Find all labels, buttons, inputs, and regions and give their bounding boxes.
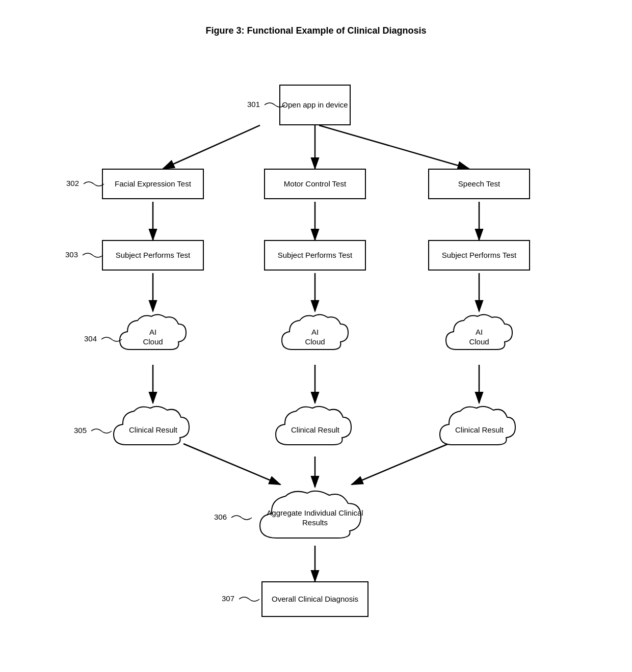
- ref-307: 307: [222, 594, 265, 604]
- svg-line-1: [163, 125, 260, 169]
- facial-test-box: Facial Expression Test: [102, 169, 204, 199]
- diagram: Open app in device 301 Facial Expression…: [36, 51, 596, 663]
- ai-cloud-2: AI Cloud: [277, 311, 353, 362]
- svg-line-3: [319, 125, 469, 169]
- subject-test-box-2: Subject Performs Test: [264, 240, 366, 271]
- overall-diagnosis-box: Overall Clinical Diagnosis: [261, 581, 368, 617]
- clinical-result-3: Clinical Result: [435, 403, 524, 456]
- ref-305: 305: [74, 426, 117, 436]
- subject-test-box-3: Subject Performs Test: [428, 240, 530, 271]
- aggregate-cloud: Aggregate Individual Clinical Results: [254, 487, 376, 548]
- page-title: Figure 3: Functional Example of Clinical…: [0, 0, 632, 36]
- ai-cloud-3: AI Cloud: [441, 311, 517, 362]
- svg-line-13: [183, 444, 280, 485]
- motor-test-box: Motor Control Test: [264, 169, 366, 199]
- speech-test-box: Speech Test: [428, 169, 530, 199]
- svg-line-15: [352, 444, 449, 485]
- ref-306: 306: [214, 513, 257, 523]
- open-app-box: Open app in device: [279, 85, 351, 125]
- ref-304: 304: [84, 334, 127, 344]
- subject-test-box-1: Subject Performs Test: [102, 240, 204, 271]
- ref-302: 302: [66, 179, 109, 189]
- clinical-result-1: Clinical Result: [109, 403, 198, 456]
- ref-303: 303: [65, 250, 108, 260]
- ref-301: 301: [247, 100, 287, 110]
- clinical-result-2: Clinical Result: [271, 403, 360, 456]
